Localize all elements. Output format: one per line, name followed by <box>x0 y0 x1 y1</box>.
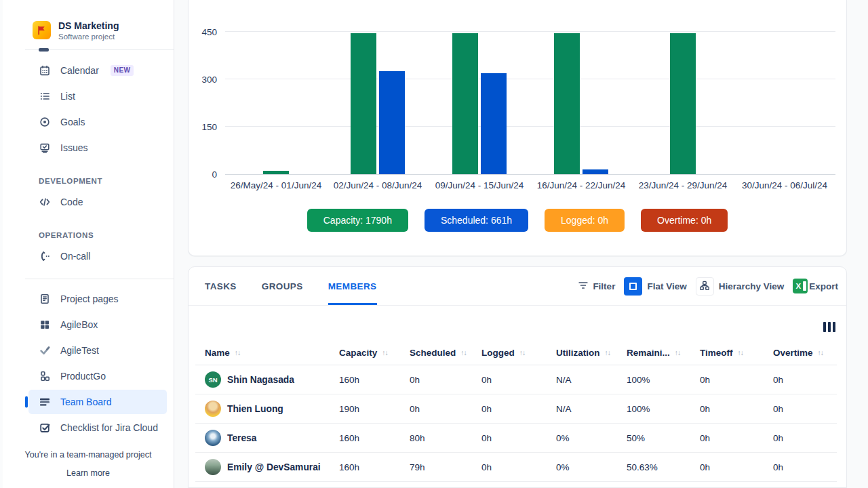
sidebar-divider <box>25 279 174 279</box>
logged-value: 0h <box>481 433 556 443</box>
sidebar-item-label: AgileBox <box>60 319 98 330</box>
column-header-timeoff[interactable]: Timeoff↑↓ <box>700 348 773 358</box>
sidebar-item-label: On-call <box>60 251 90 262</box>
sidebar-item-productgo[interactable]: ProductGo <box>28 364 167 388</box>
goals-icon <box>39 117 50 127</box>
column-header-logged[interactable]: Logged↑↓ <box>481 348 556 358</box>
y-axis-tick: 0 <box>212 169 217 180</box>
member-name: Emily @ DevSamurai <box>227 462 321 472</box>
legend-scheduled-button[interactable]: Scheduled: 661h <box>425 209 528 232</box>
flat-view-icon <box>624 277 642 296</box>
table-row[interactable]: Teresa160h80h0h0%50%0h0h <box>195 424 837 453</box>
table-row[interactable]: SNShin Nagasada160h0h0hN/A100%0h0h <box>195 365 837 394</box>
table-body: SNShin Nagasada160h0h0hN/A100%0h0hThien … <box>195 365 837 482</box>
section-header-development: DEVELOPMENT <box>39 177 167 185</box>
utilization-value: 0% <box>556 433 627 443</box>
remaining-value: 50.63% <box>627 462 700 472</box>
legend-capacity-button[interactable]: Capacity: 1790h <box>307 209 408 232</box>
x-axis-labels: 26/May/24 - 01/Jun/2402/Jun/24 - 08/Jun/… <box>225 180 835 190</box>
utilization-value: 0% <box>556 462 627 472</box>
oncall-icon <box>39 251 50 262</box>
sort-arrows-icon[interactable]: ↑↓ <box>818 348 824 357</box>
y-axis-tick: 450 <box>201 27 217 37</box>
bar-capacity <box>263 171 289 174</box>
logged-value: 0h <box>481 404 556 414</box>
sidebar-item-agiletest[interactable]: AgileTest <box>28 338 167 363</box>
legend-overtime-button[interactable]: Overtime: 0h <box>641 209 728 232</box>
remaining-value: 50% <box>627 433 700 443</box>
tab-groups[interactable]: GROUPS <box>262 267 303 305</box>
column-header-name[interactable]: Name↑↓ <box>205 348 339 358</box>
legend-logged-button[interactable]: Logged: 0h <box>545 209 625 232</box>
y-axis-tick: 150 <box>201 122 217 132</box>
calendar-icon <box>39 65 50 76</box>
sidebar-item-project-pages[interactable]: Project pages <box>28 287 167 311</box>
filter-button[interactable]: Filter <box>578 281 615 292</box>
sidebar-item-label: Calendar <box>60 65 99 76</box>
tab-tasks[interactable]: TASKS <box>205 267 237 305</box>
avatar: SN <box>205 371 221 388</box>
column-header-remaini[interactable]: Remaini...↑↓ <box>627 348 700 358</box>
utilization-value: N/A <box>556 404 627 414</box>
capacity-value: 160h <box>339 433 410 443</box>
hierarchy-view-button[interactable]: Hierarchy View <box>696 277 785 296</box>
column-header-scheduled[interactable]: Scheduled↑↓ <box>410 348 481 358</box>
column-header-overtime[interactable]: Overtime↑↓ <box>773 348 837 358</box>
sidebar-item-label: AgileTest <box>60 345 99 356</box>
sort-arrows-icon[interactable]: ↑↓ <box>738 348 744 357</box>
learn-more-link[interactable]: Learn more <box>66 468 110 478</box>
column-header-utilization[interactable]: Utilization↑↓ <box>556 348 627 358</box>
sidebar-item-team-board[interactable]: Team Board <box>28 390 167 414</box>
sort-arrows-icon[interactable]: ↑↓ <box>519 348 526 357</box>
new-badge: NEW <box>111 65 134 76</box>
sidebar-nav: Calendar NEW List Goals Issues DEVELOPME… <box>3 57 174 270</box>
x-axis-label: 02/Jun/24 - 08/Jun/24 <box>327 180 429 190</box>
sidebar-item-issues[interactable]: Issues <box>28 136 167 160</box>
bar-group <box>632 9 734 174</box>
member-name-cell[interactable]: SNShin Nagasada <box>205 371 339 388</box>
overtime-value: 0h <box>773 375 837 385</box>
sort-arrows-icon[interactable]: ↑↓ <box>605 348 611 357</box>
export-button[interactable]: X Export <box>793 279 838 293</box>
tab-members[interactable]: MEMBERS <box>328 267 377 305</box>
member-name: Thien Luong <box>227 404 283 414</box>
sort-arrows-icon[interactable]: ↑↓ <box>235 348 241 357</box>
hierarchy-view-icon <box>696 277 714 296</box>
x-axis-label: 30/Jun/24 - 06/Jul/24 <box>734 180 835 190</box>
member-name-cell[interactable]: Thien Luong <box>205 401 339 417</box>
sidebar-item-agilebox[interactable]: AgileBox <box>28 312 167 337</box>
sort-arrows-icon[interactable]: ↑↓ <box>675 348 681 357</box>
sort-arrows-icon[interactable]: ↑↓ <box>382 348 388 357</box>
columns-icon[interactable] <box>823 322 836 332</box>
checklist-icon <box>39 422 50 433</box>
sidebar-apps: Project pages AgileBox AgileTest Product… <box>3 285 174 441</box>
sidebar-item-oncall[interactable]: On-call <box>28 244 167 268</box>
sidebar-item-list[interactable]: List <box>28 84 167 108</box>
project-type: Software project <box>58 33 119 41</box>
column-header-capacity[interactable]: Capacity↑↓ <box>339 348 410 358</box>
member-name: Teresa <box>227 433 256 443</box>
scheduled-value: 0h <box>410 375 481 385</box>
sidebar-item-goals[interactable]: Goals <box>28 110 167 134</box>
sidebar-item-calendar[interactable]: Calendar NEW <box>28 58 167 83</box>
x-axis-label: 26/May/24 - 01/Jun/24 <box>225 180 327 190</box>
sidebar-item-checklist[interactable]: Checklist for Jira Cloud <box>28 415 167 440</box>
sort-arrows-icon[interactable]: ↑↓ <box>460 348 467 357</box>
teamboard-icon <box>39 396 50 407</box>
list-icon <box>39 91 50 102</box>
overtime-value: 0h <box>773 404 837 414</box>
excel-icon: X <box>793 279 808 293</box>
flat-view-button[interactable]: Flat View <box>624 277 686 296</box>
table-row[interactable]: Emily @ DevSamurai160h79h0h0%50.63%0h0h <box>195 453 837 482</box>
member-name-cell[interactable]: Teresa <box>205 430 339 446</box>
sidebar-item-code[interactable]: Code <box>28 190 167 214</box>
filter-icon <box>578 281 588 292</box>
member-name-cell[interactable]: Emily @ DevSamurai <box>205 459 339 475</box>
sidebar-footer: You're in a team-managed project Learn m… <box>3 450 174 488</box>
table-row[interactable]: Thien Luong190h0h0hN/A100%0h0h <box>195 394 837 424</box>
bar-group <box>225 9 327 174</box>
sidebar-item-label: List <box>60 91 75 102</box>
agiletest-icon <box>39 345 50 356</box>
table-header-row: Name↑↓Capacity↑↓Scheduled↑↓Logged↑↓Utili… <box>195 340 837 365</box>
bar-capacity <box>554 33 580 174</box>
